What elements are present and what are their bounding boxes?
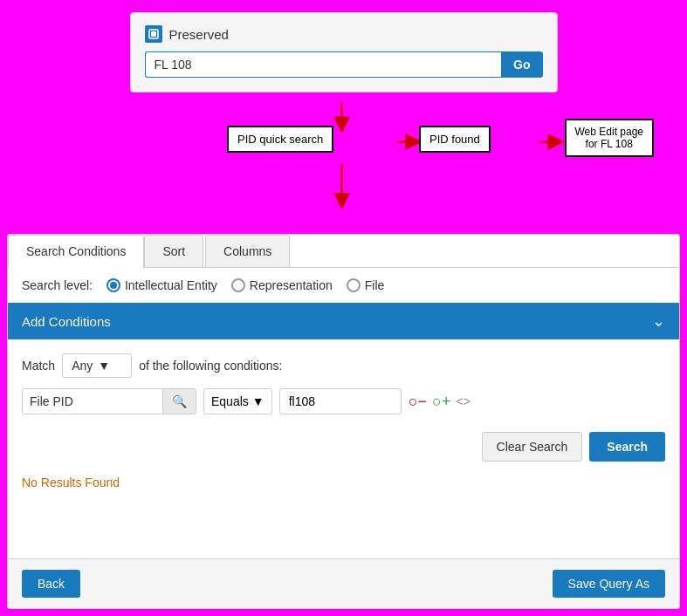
condition-field[interactable]: File PID 🔍 [22,388,196,414]
remove-condition-icon[interactable]: ○− [409,393,427,411]
operator-value: Equals [211,394,249,408]
radio-label-ie: Intellectual Entity [125,278,217,292]
go-button[interactable]: Go [501,51,542,78]
radio-dot-ie [106,278,120,292]
preserved-label: Preserved [169,27,229,42]
match-label: Match [22,359,55,373]
search-level-row: Search level: Intellectual Entity Repres… [8,268,679,303]
match-suffix: of the following conditions: [139,359,282,373]
radio-intellectual-entity[interactable]: Intellectual Entity [106,278,217,292]
web-edit-label: Web Edit pagefor FL 108 [565,119,655,157]
radio-representation[interactable]: Representation [231,278,333,292]
preserved-icon [145,25,162,43]
add-conditions-label: Add Conditions [22,314,111,329]
back-button[interactable]: Back [22,570,80,598]
tab-search-conditions[interactable]: Search Conditions [8,235,144,268]
code-icon[interactable]: <> [456,394,470,408]
operator-select[interactable]: Equals ▼ [203,388,272,414]
field-search-icon-button[interactable]: 🔍 [162,389,196,414]
pid-input[interactable] [145,51,502,78]
chevron-down-icon: ⌄ [652,311,665,331]
radio-file[interactable]: File [347,278,385,292]
clear-search-button[interactable]: Clear Search [482,432,583,462]
field-text: File PID [23,389,162,414]
search-button[interactable]: Search [589,432,665,462]
tab-sort[interactable]: Sort [144,235,203,268]
search-level-label: Search level: [22,278,93,292]
radio-label-rep: Representation [250,278,333,292]
add-conditions-bar[interactable]: Add Conditions ⌄ [8,303,679,339]
tab-columns[interactable]: Columns [205,235,290,268]
add-condition-icon[interactable]: ○+ [432,393,450,411]
svg-rect-1 [151,31,156,37]
footer-row: Back Save Query As [8,558,679,608]
radio-label-file: File [365,278,385,292]
no-results-message: No Results Found [8,472,679,496]
match-row: Match Any ▼ of the following conditions: [8,339,679,385]
condition-value-input[interactable] [279,388,402,414]
save-query-button[interactable]: Save Query As [553,570,665,598]
pid-found-label: PID found [419,126,491,153]
buttons-row: Clear Search Search [8,421,679,472]
pid-quick-search-label: PID quick search [227,126,333,153]
operator-dropdown-icon: ▼ [252,394,264,408]
tabs-row: Search Conditions Sort Columns [8,235,679,268]
match-value: Any [72,359,93,373]
match-dropdown-icon: ▼ [98,359,110,373]
radio-dot-rep [231,278,245,292]
match-select[interactable]: Any ▼ [62,353,132,378]
condition-icons: ○− ○+ <> [409,393,471,411]
radio-dot-file [347,278,361,292]
condition-row: File PID 🔍 Equals ▼ ○− ○+ <> [8,385,679,421]
